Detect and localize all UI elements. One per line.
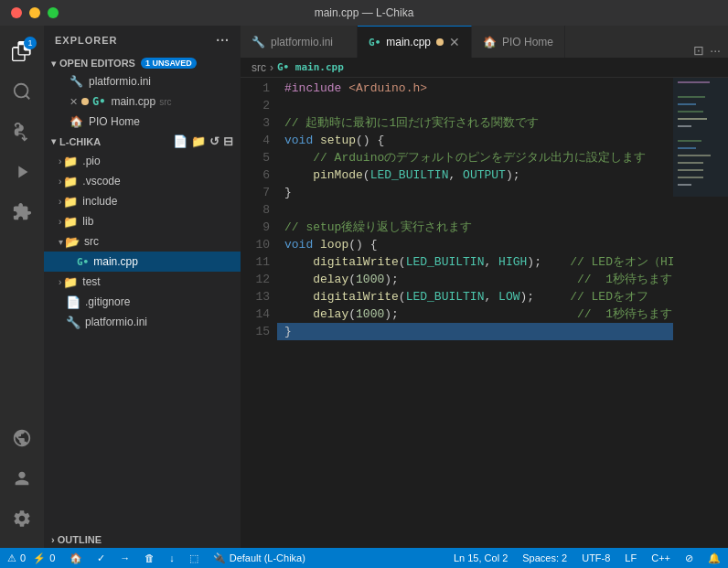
tree-vscode[interactable]: › 📁 .vscode	[44, 171, 241, 191]
project-header[interactable]: ▾ L-CHIKA 📄 📁 ↺ ⊟	[44, 132, 241, 151]
tree-test[interactable]: › 📁 test	[44, 272, 241, 292]
tab-platformio-dot	[338, 38, 346, 46]
tree-lib[interactable]: › 📁 lib	[44, 211, 241, 231]
status-notifications[interactable]: 🔔	[701, 548, 728, 568]
close-button[interactable]	[11, 7, 22, 18]
tree-maincpp[interactable]: G• main.cpp	[44, 252, 241, 272]
activity-settings[interactable]	[4, 500, 40, 537]
status-line-ending[interactable]: LF	[617, 548, 644, 568]
outline-chevron: ›	[51, 534, 55, 545]
tab-maincpp-close[interactable]: ✕	[449, 36, 460, 48]
svg-line-1	[26, 95, 29, 99]
sidebar-header-actions: ···	[216, 33, 230, 48]
test-folder-icon: 📁	[63, 275, 78, 289]
activity-search[interactable]	[4, 73, 40, 110]
indentation-label: Spaces: 2	[522, 552, 567, 563]
code-line-2	[277, 97, 673, 114]
tree-include[interactable]: › 📁 include	[44, 191, 241, 211]
no-problems-icon: ⊘	[685, 552, 693, 564]
status-encoding[interactable]: UTF-8	[574, 548, 617, 568]
breadcrumb-maincpp[interactable]: G• main.cpp	[277, 61, 344, 73]
tree-gitignore[interactable]: 📄 .gitignore	[44, 292, 241, 312]
status-cursor[interactable]: Ln 15, Col 2	[446, 548, 515, 568]
code-line-15: }	[277, 323, 673, 340]
refresh-button[interactable]: ↺	[209, 134, 219, 148]
open-editor-piohome[interactable]: 🏠 PIO Home	[44, 112, 241, 132]
svg-point-0	[15, 84, 28, 98]
activity-account[interactable]	[4, 460, 40, 497]
modified-indicator	[81, 98, 89, 105]
code-editor[interactable]: #include <Arduino.h> // 起動時に最初に1回だけ実行される…	[277, 78, 673, 548]
new-file-button[interactable]: 📄	[173, 134, 187, 148]
tab-actions: ⊡ ···	[686, 43, 728, 58]
activity-source-control[interactable]	[4, 113, 40, 150]
check-icon: ✓	[97, 552, 105, 564]
status-bar: ⚠ 0 ⚡ 0 🏠 ✓ → 🗑 ↓ ⬚ 🔌 Default (L-Chika)	[0, 548, 728, 568]
error-icon: ⚠	[7, 552, 16, 564]
tab-piohome-icon: 🏠	[483, 36, 497, 48]
include-chevron: ›	[59, 197, 61, 207]
project-chevron: ▾	[51, 136, 56, 146]
status-download[interactable]: ↓	[162, 548, 182, 568]
maximize-button[interactable]	[48, 7, 59, 18]
activity-explorer[interactable]: 1	[4, 33, 40, 70]
breadcrumb-src[interactable]: src	[252, 61, 266, 74]
editor-area: 🔧 platformio.ini G• main.cpp ✕ 🏠 PIO Hom…	[241, 26, 728, 548]
minimap	[673, 78, 728, 548]
line-ending-label: LF	[625, 552, 637, 563]
status-spaces[interactable]: Spaces: 2	[515, 548, 574, 568]
piohome-icon: 🏠	[70, 115, 83, 128]
language-label: C++	[651, 552, 670, 563]
status-arrow[interactable]: →	[112, 548, 137, 568]
pio-chevron: ›	[59, 156, 61, 166]
tree-platformio-ini[interactable]: 🔧 platformio.ini	[44, 312, 241, 332]
warning-icon: ⚡	[33, 552, 46, 564]
status-check[interactable]: ✓	[90, 548, 112, 568]
tab-maincpp[interactable]: G• main.cpp ✕	[358, 26, 472, 58]
activity-remote[interactable]	[4, 420, 40, 456]
tree-pio[interactable]: › 📁 .pio	[44, 151, 241, 171]
error-count: 0	[20, 552, 26, 563]
activity-run-debug[interactable]	[4, 154, 40, 190]
line-numbers: 12345 678910 1112131415	[241, 78, 277, 548]
unsaved-badge: 1 UNSAVED	[141, 58, 197, 69]
open-editor-platformio[interactable]: 🔧 platformio.ini	[44, 71, 241, 91]
status-terminal[interactable]: ⬚	[182, 548, 206, 568]
tab-piohome[interactable]: 🏠 PIO Home	[472, 26, 565, 58]
lib-chevron: ›	[59, 217, 61, 227]
project-label: L-CHIKA	[59, 136, 101, 147]
vscode-folder-icon: 📁	[63, 175, 78, 188]
status-left: ⚠ 0 ⚡ 0 🏠 ✓ → 🗑 ↓ ⬚ 🔌 Default (L-Chika)	[0, 548, 313, 568]
open-editors-section[interactable]: ▾ OPEN EDITORS 1 UNSAVED	[44, 55, 241, 71]
code-line-1: #include <Arduino.h>	[277, 80, 673, 97]
breadcrumb-sep: ›	[270, 61, 273, 74]
new-folder-button[interactable]: 📁	[191, 134, 206, 148]
open-editor-maincpp[interactable]: ✕ G• main.cpp src	[44, 91, 241, 112]
split-editor-button[interactable]: ⊡	[693, 43, 704, 58]
outline-section[interactable]: › OUTLINE	[44, 531, 241, 548]
code-line-5: // Arduinoのデフォルトのピンをデジタル出力に設定します	[277, 149, 673, 166]
src-chevron: ▾	[59, 237, 63, 247]
close-maincpp-button[interactable]: ✕	[70, 96, 78, 108]
tree-src[interactable]: ▾ 📂 src	[44, 231, 241, 252]
minimize-button[interactable]	[29, 7, 40, 18]
more-actions-button[interactable]: ···	[710, 43, 721, 58]
status-errors[interactable]: ⚠ 0 ⚡ 0	[0, 548, 62, 568]
tab-platformio-ini[interactable]: 🔧 platformio.ini	[241, 26, 358, 58]
explorer-badge: 1	[24, 37, 37, 49]
delete-icon: 🗑	[145, 552, 155, 563]
activity-bar: 1	[0, 26, 44, 548]
collapse-all-button[interactable]: ⊟	[223, 134, 233, 148]
sidebar-more-button[interactable]: ···	[216, 33, 230, 48]
tab-piohome-label: PIO Home	[502, 36, 553, 48]
status-home[interactable]: 🏠	[62, 548, 90, 568]
status-no-problems[interactable]: ⊘	[678, 548, 701, 568]
download-icon: ↓	[169, 552, 175, 563]
status-environment[interactable]: 🔌 Default (L-Chika)	[206, 548, 313, 568]
status-language[interactable]: C++	[644, 548, 678, 568]
code-line-11: digitalWrite(LED_BUILTIN, HIGH); // LEDを…	[277, 253, 673, 271]
arrow-icon: →	[120, 552, 130, 563]
status-delete[interactable]: 🗑	[137, 548, 162, 568]
window-controls	[11, 7, 59, 18]
activity-extensions[interactable]	[4, 194, 40, 230]
